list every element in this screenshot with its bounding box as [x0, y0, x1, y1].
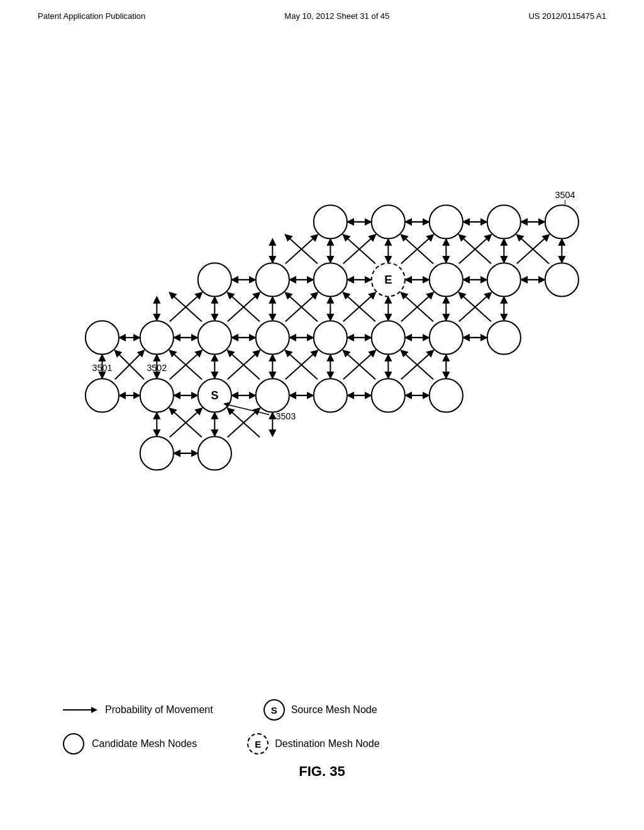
- probability-label: Probability of Movement: [105, 704, 213, 716]
- svg-point-61: [487, 321, 521, 354]
- svg-text:E: E: [384, 273, 392, 286]
- figure-label: FIG. 35: [0, 763, 644, 780]
- svg-point-1: [198, 436, 231, 470]
- svg-point-49: [140, 321, 174, 354]
- probability-arrow-icon: [63, 707, 97, 713]
- svg-point-94: [545, 263, 579, 296]
- svg-point-81: [198, 263, 231, 296]
- candidate-label: Candidate Mesh Nodes: [92, 738, 197, 750]
- legend-source: S Source Mesh Node: [264, 699, 377, 721]
- svg-text:3504: 3504: [555, 190, 575, 200]
- svg-point-115: [430, 205, 463, 238]
- svg-point-10: [86, 379, 119, 412]
- source-label: Source Mesh Node: [291, 704, 377, 716]
- header-middle: May 10, 2012 Sheet 31 of 45: [284, 11, 389, 21]
- diagram-svg: S 3501 3502 3503: [31, 50, 610, 516]
- svg-point-0: [140, 436, 174, 470]
- destination-label: Destination Mesh Node: [275, 738, 379, 750]
- header-right: US 2012/0115475 A1: [528, 11, 606, 21]
- svg-point-55: [314, 321, 347, 354]
- legend-area: Probability of Movement S Source Mesh No…: [63, 699, 606, 755]
- source-node-icon: S: [264, 699, 285, 721]
- svg-point-17: [256, 379, 289, 412]
- legend-probability: Probability of Movement: [63, 704, 213, 716]
- svg-point-23: [430, 379, 463, 412]
- svg-point-59: [430, 321, 463, 354]
- svg-text:3503: 3503: [275, 411, 296, 421]
- page-header: Patent Application Publication May 10, 2…: [0, 0, 644, 21]
- candidate-node-icon: [63, 733, 84, 755]
- svg-point-21: [372, 379, 405, 412]
- legend-destination: E Destination Mesh Node: [247, 733, 379, 755]
- svg-point-57: [372, 321, 405, 354]
- svg-text:S: S: [211, 389, 218, 402]
- header-left: Patent Application Publication: [38, 11, 145, 21]
- svg-point-119: [545, 205, 579, 238]
- svg-point-111: [314, 205, 347, 238]
- svg-point-51: [198, 321, 231, 354]
- destination-node-icon: E: [247, 733, 269, 755]
- svg-point-113: [372, 205, 405, 238]
- svg-point-92: [487, 263, 521, 296]
- svg-point-47: [86, 321, 119, 354]
- svg-point-85: [314, 263, 347, 296]
- svg-point-19: [314, 379, 347, 412]
- svg-point-83: [256, 263, 289, 296]
- svg-point-12: [140, 379, 174, 412]
- legend-candidate: Candidate Mesh Nodes: [63, 733, 197, 755]
- svg-point-53: [256, 321, 289, 354]
- svg-point-90: [430, 263, 463, 296]
- svg-point-117: [487, 205, 521, 238]
